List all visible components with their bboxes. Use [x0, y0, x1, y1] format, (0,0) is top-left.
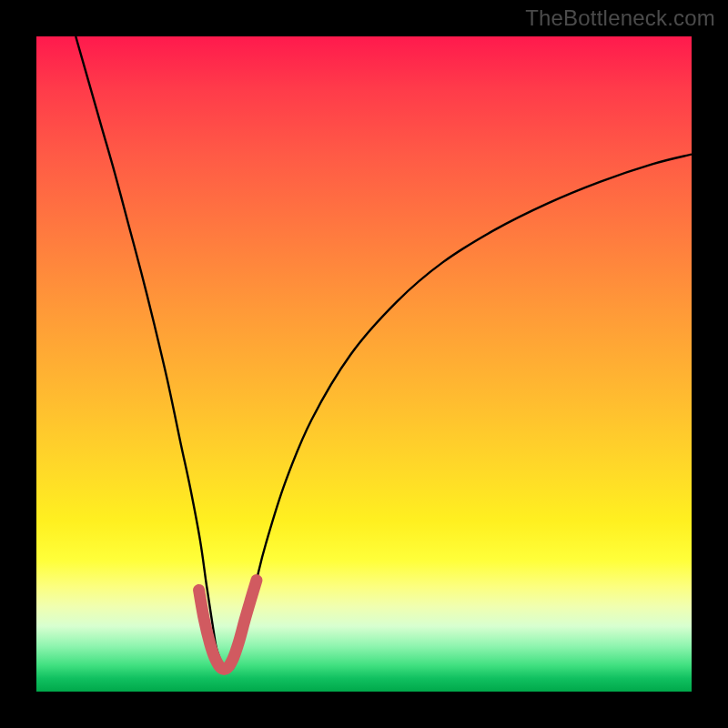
plot-area	[36, 36, 692, 692]
watermark-text: TheBottleneck.com	[525, 5, 715, 31]
black-curve-path	[76, 36, 692, 671]
chart-frame: TheBottleneck.com	[0, 0, 728, 728]
curve-svg	[36, 36, 692, 692]
